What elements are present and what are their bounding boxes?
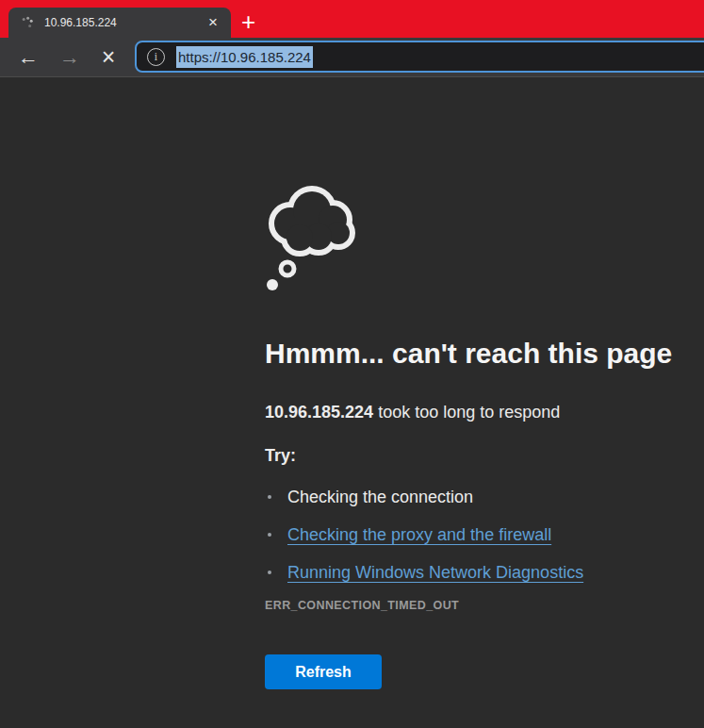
stop-button[interactable]: ×: [93, 42, 123, 73]
error-page: Hmmm... can't reach this page 10.96.185.…: [265, 185, 684, 689]
back-button[interactable]: ←: [13, 42, 43, 73]
error-host: 10.96.185.224: [265, 403, 373, 422]
try-label: Try:: [265, 444, 684, 467]
forward-button[interactable]: →: [55, 42, 85, 73]
url-text-selected[interactable]: https://10.96.185.224: [176, 46, 313, 68]
list-item: Checking the proxy and the firewall: [265, 523, 684, 546]
loading-spinner-icon: [20, 15, 35, 30]
thought-cloud-icon: [263, 185, 357, 293]
new-tab-button[interactable]: +: [236, 10, 261, 36]
browser-tab[interactable]: 10.96.185.224 ×: [8, 8, 231, 38]
list-item: Running Windows Network Diagnostics: [265, 561, 684, 584]
tab-close-icon[interactable]: ×: [204, 13, 222, 32]
error-message: 10.96.185.224 took too long to respond: [265, 401, 684, 423]
proxy-firewall-link[interactable]: Checking the proxy and the firewall: [287, 525, 551, 544]
address-bar[interactable]: i https://10.96.185.224: [135, 41, 704, 73]
suggestion-list: Checking the connection Checking the pro…: [265, 486, 684, 584]
tab-title: 10.96.185.224: [44, 16, 204, 29]
error-heading: Hmmm... can't reach this page: [265, 337, 684, 371]
network-diagnostics-link[interactable]: Running Windows Network Diagnostics: [287, 563, 583, 582]
titlebar: 10.96.185.224 × +: [0, 0, 704, 38]
site-info-icon[interactable]: i: [147, 48, 165, 66]
list-item: Checking the connection: [265, 486, 684, 508]
suggestion-text: Checking the connection: [287, 488, 473, 506]
refresh-button[interactable]: Refresh: [265, 654, 382, 689]
error-message-rest: took too long to respond: [373, 403, 560, 422]
error-code: ERR_CONNECTION_TIMED_OUT: [265, 599, 684, 612]
